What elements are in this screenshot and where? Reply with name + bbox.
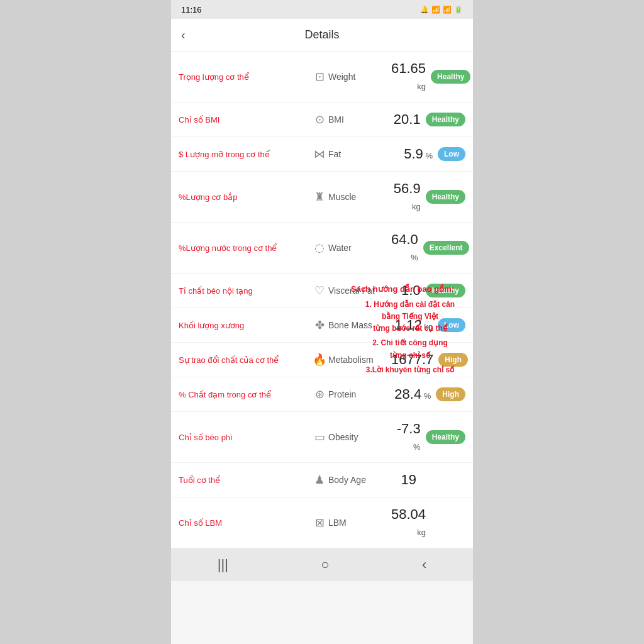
status-icons: 🔔 📶 📶 🔋	[420, 6, 463, 14]
alarm-icon: 🔔	[420, 6, 429, 14]
metric-icon: ⊠	[311, 516, 328, 530]
time: 11:16	[181, 5, 202, 14]
metric-icon: ⋈	[311, 147, 328, 161]
label-en: Body Age	[328, 475, 391, 485]
label-vn: Chỉ số béo phì	[179, 433, 311, 442]
metric-value: 19	[391, 472, 421, 488]
back-button[interactable]: ‹	[181, 28, 186, 42]
annotation-item-3: 3.Lời khuyên từng chỉ số	[351, 364, 469, 376]
label-en: Weight	[328, 72, 391, 82]
metric-icon: ⊙	[311, 113, 328, 126]
label-en: Muscle	[328, 192, 391, 202]
label-vn: % Chất đạm trong cơ thể	[179, 390, 311, 399]
table-row: Chỉ số béo phì▭Obesity-7.3 %Healthy	[171, 412, 473, 463]
phone-container: 11:16 🔔 📶 📶 🔋 ‹ Details Trọng lượng cơ t…	[171, 0, 473, 644]
metric-value: 64.0 %	[391, 231, 423, 264]
table-row: Trọng lượng cơ thể⊡Weight61.65 kgHealthy	[171, 52, 473, 103]
table-row: %Lượng cơ bắp♜Muscle56.9 kgHealthy	[171, 172, 473, 223]
label-en: Fat	[328, 149, 391, 159]
status-bar: 11:16 🔔 📶 📶 🔋	[171, 0, 473, 19]
status-badge: Healthy	[426, 430, 465, 444]
annotation-item-2: 2. Chi tiết công dụngtừng chỉ số	[351, 337, 469, 361]
metric-value: 28.4 %	[391, 386, 436, 402]
table-row: $ Lượng mỡ trong cơ thể⋈Fat5.9 %Low	[171, 137, 473, 172]
label-en: LBM	[328, 518, 391, 528]
metric-icon: 🔥	[311, 353, 328, 367]
table-row: %Lượng nước trong cơ thể◌Water64.0 %Exce…	[171, 223, 473, 274]
annotation-panel: Sách hướng dẫn bao gồm: 1. Hướng dẫn cài…	[347, 278, 473, 384]
label-vn: Tỉ chất béo nội tạng	[179, 286, 311, 296]
metric-icon: ⊛	[311, 387, 328, 401]
header: ‹ Details	[171, 19, 473, 52]
metric-value: 56.9 kg	[391, 180, 426, 213]
metric-value: 20.1	[391, 111, 426, 128]
label-en: BMI	[328, 114, 391, 125]
label-vn: Khối lượng xương	[179, 321, 311, 330]
metric-icon: ▭	[311, 430, 328, 444]
label-vn: Trọng lượng cơ thể	[179, 72, 311, 82]
label-vn: Chỉ số LBM	[179, 518, 311, 528]
metric-icon: ♜	[311, 190, 328, 204]
label-vn: Sự trao đổi chất của cơ thể	[179, 355, 311, 365]
metric-icon: ✤	[311, 318, 328, 332]
status-badge: Low	[438, 147, 465, 161]
metric-icon: ◌	[311, 241, 328, 255]
nav-menu-icon[interactable]: |||	[218, 557, 228, 573]
nav-bar: ||| ○ ‹	[171, 548, 473, 581]
content: Trọng lượng cơ thể⊡Weight61.65 kgHealthy…	[171, 52, 473, 548]
metric-icon: ⊡	[311, 70, 328, 84]
metric-value: -7.3 %	[391, 421, 426, 453]
label-vn: $ Lượng mỡ trong cơ thể	[179, 150, 311, 159]
status-badge: Healthy	[431, 70, 470, 84]
label-vn: %Lượng cơ bắp	[179, 192, 311, 202]
metric-icon: ♡	[311, 284, 328, 297]
table-row: Chỉ số LBM⊠LBM58.04 kg	[171, 497, 473, 548]
status-badge: High	[436, 387, 465, 401]
label-vn: %Lượng nước trong cơ thể	[179, 243, 311, 253]
table-row: Tuổi cơ thể♟Body Age19	[171, 463, 473, 497]
label-vn: Chỉ số BMI	[179, 115, 311, 125]
metric-value: 61.65 kg	[391, 60, 431, 93]
label-en: Protein	[328, 389, 391, 399]
label-en: Obesity	[328, 432, 391, 442]
annotation-item-1: 1. Hướng dẫn cài đặt cânbằng Tiếng Việtt…	[351, 299, 469, 335]
page-title: Details	[304, 28, 339, 42]
table-row: Chỉ số BMI⊙BMI20.1Healthy	[171, 103, 473, 137]
status-badge: Healthy	[426, 113, 465, 126]
label-en: Water	[328, 243, 391, 253]
metric-icon: ♟	[311, 473, 328, 487]
status-badge: Healthy	[426, 190, 465, 204]
nav-back-icon[interactable]: ‹	[422, 557, 426, 573]
nav-home-icon[interactable]: ○	[321, 557, 329, 573]
metric-value: 5.9 %	[391, 146, 438, 162]
annotation-title: Sách hướng dẫn bao gồm:	[351, 283, 469, 296]
status-badge: Excellent	[423, 241, 469, 255]
metric-value: 58.04 kg	[391, 506, 431, 539]
wifi-icon: 📶	[431, 6, 440, 14]
battery-icon: 🔋	[454, 6, 463, 14]
label-vn: Tuổi cơ thể	[179, 475, 311, 485]
signal-icon: 📶	[443, 6, 452, 14]
